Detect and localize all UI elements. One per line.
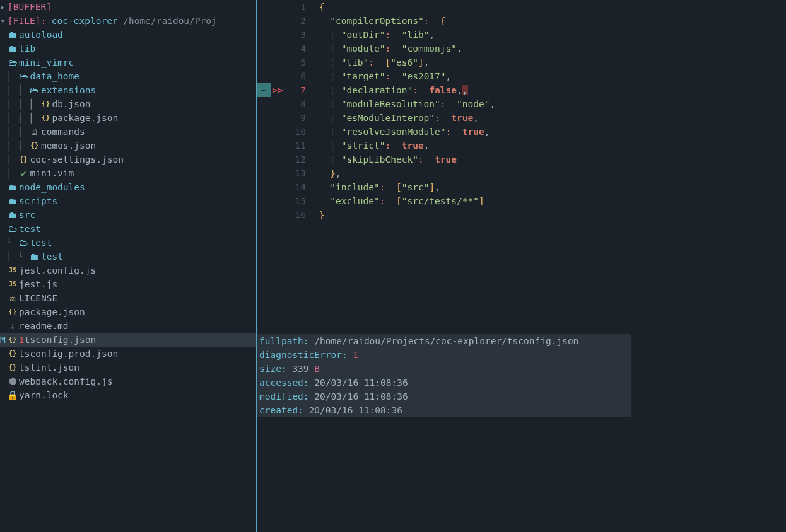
code-line[interactable]: 6 ¦ "target": "es2017", bbox=[257, 69, 786, 83]
info-size-num: 339 bbox=[292, 362, 308, 376]
tree-file[interactable]: │ │ {}memos.json bbox=[0, 139, 256, 153]
tree-folder[interactable]: 🗁test bbox=[0, 222, 256, 236]
tree-folder[interactable]: 🖿autoload bbox=[0, 28, 256, 42]
info-created-label: created: bbox=[259, 403, 303, 417]
code-line[interactable]: 2 "compilerOptions": { bbox=[257, 14, 786, 28]
tree-file[interactable]: │ │ 🗎commands bbox=[0, 125, 256, 139]
error-sign-icon: >> bbox=[271, 83, 284, 97]
line-number: 9 bbox=[284, 111, 311, 125]
vim-icon: ✔ bbox=[17, 166, 30, 180]
code-line[interactable]: 11 ¦ "strict": true, bbox=[257, 139, 786, 153]
line-number: 15 bbox=[284, 194, 311, 208]
info-modified-label: modified: bbox=[259, 390, 309, 403]
tree-folder[interactable]: 🖿scripts bbox=[0, 194, 256, 208]
js-icon: JS bbox=[6, 263, 19, 277]
tree-item-label: readme.md bbox=[19, 319, 69, 333]
code-line[interactable]: 10 ¦ "resolveJsonModule": true, bbox=[257, 125, 786, 139]
buffer-section[interactable]: ▸[BUFFER] bbox=[0, 0, 256, 14]
code-line[interactable]: 1 { bbox=[257, 0, 786, 14]
folder-icon: 🖿 bbox=[6, 194, 19, 208]
code-line[interactable]: 16 } bbox=[257, 208, 786, 222]
tree-folder[interactable]: └ 🗁test bbox=[0, 236, 256, 250]
code-line[interactable]: 12 ¦ "skipLibCheck": true bbox=[257, 153, 786, 166]
code-line[interactable]: 15 "exclude": ["src/tests/**"] bbox=[257, 194, 786, 208]
tree-item-label: jest.js bbox=[19, 277, 57, 291]
line-number: 14 bbox=[284, 180, 311, 194]
folder-open-icon: 🗁 bbox=[17, 69, 30, 83]
tree-file[interactable]: {}tslint.json bbox=[0, 361, 256, 374]
tree-file[interactable]: {}package.json bbox=[0, 305, 256, 319]
tree-item-label: mini.vim bbox=[30, 166, 74, 180]
json-icon: {} bbox=[39, 97, 52, 111]
tree-item-label: scripts bbox=[19, 194, 57, 208]
lock-icon: 🔒 bbox=[6, 388, 19, 402]
json-icon: {} bbox=[39, 111, 52, 125]
tree-item-label: tsconfig.json bbox=[25, 333, 97, 347]
tree-file[interactable]: JSjest.config.js bbox=[0, 263, 256, 277]
tree-item-label: commands bbox=[41, 125, 85, 139]
info-fullpath: /home/raidou/Projects/coc-explorer/tscon… bbox=[314, 334, 578, 348]
folder-icon: 🖿 bbox=[28, 250, 41, 263]
tree-file[interactable]: ⚖LICENSE bbox=[0, 291, 256, 305]
json-icon: {} bbox=[6, 333, 19, 347]
line-number: 2 bbox=[284, 14, 311, 28]
code-line[interactable]: 4 ¦ "module": "commonjs", bbox=[257, 42, 786, 55]
line-number: 7 bbox=[284, 83, 311, 97]
file-section-header[interactable]: ▾[FILE]: coc-explorer /home/raidou/Proj bbox=[0, 14, 256, 28]
code-line[interactable]: 14 "include": ["src"], bbox=[257, 180, 786, 194]
tree-folder[interactable]: │ └ 🖿test bbox=[0, 250, 256, 263]
modified-sign-icon: ~ bbox=[257, 83, 271, 97]
code-line[interactable]: 9 ¦ "esModuleInterop": true, bbox=[257, 111, 786, 125]
tree-file[interactable]: JSjest.js bbox=[0, 277, 256, 291]
info-diag-label: diagnosticError: bbox=[259, 348, 348, 362]
tree-folder[interactable]: │ 🗁data_home bbox=[0, 69, 256, 83]
info-fullpath-label: fullpath: bbox=[259, 334, 309, 348]
folder-icon: 🖿 bbox=[6, 42, 19, 55]
json-icon: {} bbox=[6, 347, 19, 361]
tree-file[interactable]: 🔒yarn.lock bbox=[0, 388, 256, 402]
tree-file[interactable]: │ │ │ {}package.json bbox=[0, 111, 256, 125]
tree-file[interactable]: ↓readme.md bbox=[0, 319, 256, 333]
info-modified: 20/03/16 11:08:36 bbox=[314, 390, 408, 403]
info-accessed-label: accessed: bbox=[259, 376, 309, 390]
tree-file[interactable]: │ │ │ {}db.json bbox=[0, 97, 256, 111]
tree-item-label: yarn.lock bbox=[19, 388, 69, 402]
tree-folder[interactable]: 🖿lib bbox=[0, 42, 256, 55]
license-icon: ⚖ bbox=[6, 291, 19, 305]
code-line[interactable]: 8 ¦ "moduleResolution": "node", bbox=[257, 97, 786, 111]
file-tree[interactable]: 🖿autoload 🖿lib 🗁mini_vimrc │ 🗁data_home … bbox=[0, 28, 256, 402]
tree-file[interactable]: {}tsconfig.prod.json bbox=[0, 347, 256, 361]
js-icon: JS bbox=[6, 277, 19, 291]
tree-item-label: test bbox=[41, 250, 63, 263]
tree-file[interactable]: │ ✔mini.vim bbox=[0, 166, 256, 180]
code-line[interactable]: 3 ¦ "outDir": "lib", bbox=[257, 28, 786, 42]
folder-open-icon: 🗁 bbox=[17, 236, 30, 250]
webpack-icon: ⬢ bbox=[6, 374, 19, 388]
line-number: 1 bbox=[284, 0, 311, 14]
tree-folder[interactable]: 🖿src bbox=[0, 208, 256, 222]
code-area[interactable]: 1 {2 "compilerOptions": {3 ¦ "outDir": "… bbox=[257, 0, 786, 222]
line-number: 12 bbox=[284, 153, 311, 166]
project-path: /home/raidou/Proj bbox=[123, 14, 216, 28]
code-line[interactable]: ~>>7 ¦ "declaration": false,, bbox=[257, 83, 786, 97]
line-number: 10 bbox=[284, 125, 311, 139]
file-explorer[interactable]: ▸[BUFFER] ▾[FILE]: coc-explorer /home/ra… bbox=[0, 0, 257, 532]
tree-item-label: webpack.config.js bbox=[19, 374, 112, 388]
tree-folder[interactable]: 🖿node_modules bbox=[0, 180, 256, 194]
tree-folder[interactable]: 🗁mini_vimrc bbox=[0, 55, 256, 69]
folder-icon: 🖿 bbox=[6, 180, 19, 194]
info-created: 20/03/16 11:08:36 bbox=[309, 403, 402, 417]
tree-item-label: package.json bbox=[52, 111, 118, 125]
tree-file[interactable]: M {}1 tsconfig.json bbox=[0, 333, 256, 347]
json-icon: {} bbox=[6, 361, 19, 374]
code-line[interactable]: 5 ¦ "lib": ["es6"], bbox=[257, 55, 786, 69]
info-accessed: 20/03/16 11:08:36 bbox=[314, 376, 408, 390]
tree-item-label: test bbox=[30, 236, 52, 250]
code-line[interactable]: 13 }, bbox=[257, 166, 786, 180]
folder-open-icon: 🗁 bbox=[28, 83, 41, 97]
code-editor[interactable]: 1 {2 "compilerOptions": {3 ¦ "outDir": "… bbox=[257, 0, 786, 532]
tree-file[interactable]: │ {}coc-settings.json bbox=[0, 153, 256, 166]
tree-item-label: LICENSE bbox=[19, 291, 57, 305]
tree-folder[interactable]: │ │ 🗁extensions bbox=[0, 83, 256, 97]
tree-file[interactable]: ⬢webpack.config.js bbox=[0, 374, 256, 388]
